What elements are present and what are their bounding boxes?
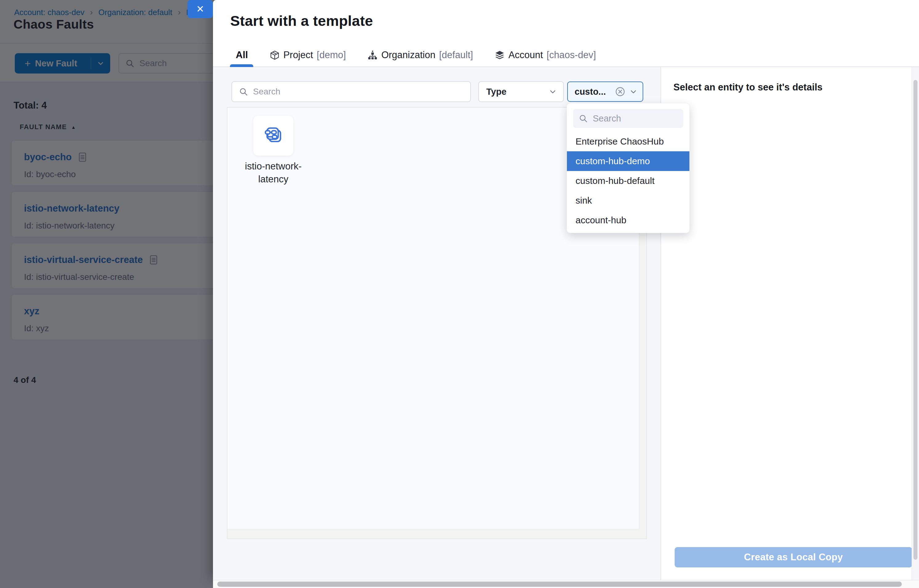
start-template-modal: ✕ Start with a template All Project [dem…	[213, 0, 919, 580]
tab-label: Project	[284, 50, 313, 61]
horizontal-scrollbar	[213, 580, 919, 588]
vertical-scrollbar	[912, 67, 919, 580]
template-search-input[interactable]	[253, 87, 464, 97]
tab-suffix: [demo]	[317, 50, 346, 61]
type-filter-dropdown[interactable]: Type	[478, 81, 564, 102]
close-button[interactable]: ✕	[188, 0, 213, 18]
details-panel: Select an entity to see it's details Cre…	[660, 67, 919, 580]
search-icon	[579, 114, 588, 123]
tab-suffix: [default]	[439, 50, 473, 61]
modal-title: Start with a template	[230, 12, 373, 29]
org-chart-icon	[368, 50, 378, 60]
cube-icon	[270, 50, 280, 60]
hub-option-custom-hub-default[interactable]: custom-hub-default	[567, 171, 689, 191]
tab-label: Account	[509, 50, 543, 61]
tab-organization[interactable]: Organization [default]	[368, 50, 473, 61]
search-icon	[239, 87, 248, 96]
hub-filter-dropdown[interactable]: custo...	[567, 81, 643, 102]
chevron-down-icon	[548, 87, 557, 96]
scope-tabs: All Project [demo] Organization [default…	[236, 45, 596, 65]
create-local-copy-button[interactable]: Create as Local Copy	[674, 547, 912, 567]
chevron-down-icon[interactable]	[629, 87, 638, 96]
template-card-label: istio-network-latency	[226, 160, 320, 186]
type-filter-label: Type	[486, 87, 507, 97]
screen: Account: chaos-dev › Organization: defau…	[0, 0, 919, 588]
hub-option-custom-hub-demo[interactable]: custom-hub-demo	[567, 151, 689, 171]
tab-all[interactable]: All	[236, 50, 248, 61]
tab-label: Organization	[381, 50, 436, 61]
hub-dropdown-search	[573, 109, 683, 128]
hub-dropdown-panel: Enterprise ChaosHub custom-hub-demo cust…	[567, 103, 689, 233]
clear-filter-icon[interactable]	[615, 86, 626, 97]
tab-label: All	[236, 50, 248, 61]
layers-icon	[494, 50, 505, 60]
horizontal-scrollbar-thumb[interactable]	[217, 582, 902, 587]
hub-option-sink[interactable]: sink	[567, 191, 689, 210]
hub-dropdown-search-input[interactable]	[593, 113, 678, 124]
hub-option-account-hub[interactable]: account-hub	[567, 210, 689, 230]
details-empty-text: Select an entity to see it's details	[673, 82, 823, 93]
template-card-istio-network-latency[interactable]	[253, 116, 293, 156]
hub-option-enterprise-chaoshub[interactable]: Enterprise ChaosHub	[567, 132, 689, 151]
hub-filter-value: custo...	[575, 87, 606, 97]
tab-suffix: [chaos-dev]	[546, 50, 596, 61]
vertical-scrollbar-thumb[interactable]	[914, 80, 917, 560]
workflow-template-icon	[263, 125, 284, 146]
template-search	[232, 81, 471, 102]
tab-project[interactable]: Project [demo]	[270, 50, 346, 61]
tab-account[interactable]: Account [chaos-dev]	[494, 50, 596, 61]
